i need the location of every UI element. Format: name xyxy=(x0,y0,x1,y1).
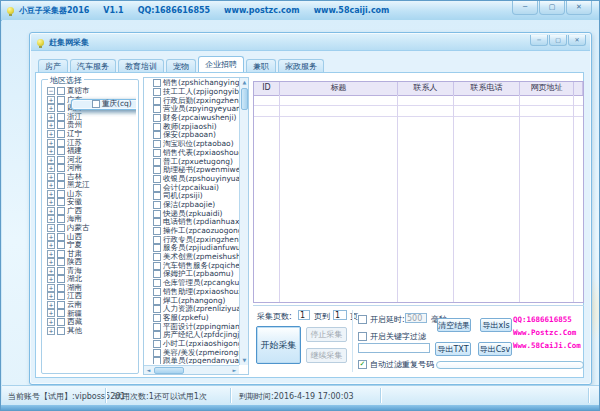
category-checkbox[interactable] xyxy=(153,97,161,105)
expand-icon[interactable]: + xyxy=(47,207,55,215)
tab-宠物[interactable]: 宠物 xyxy=(166,59,196,72)
expand-icon[interactable]: + xyxy=(47,233,55,241)
region-checkbox[interactable] xyxy=(92,100,100,108)
category-checkbox[interactable] xyxy=(153,270,161,278)
category-checkbox[interactable] xyxy=(153,297,161,305)
region-tree-item[interactable]: +辽宁 xyxy=(44,130,136,139)
delay-ms-input[interactable] xyxy=(405,313,427,323)
region-checkbox[interactable] xyxy=(57,258,65,266)
column-header-标题[interactable]: 标题 xyxy=(280,82,398,95)
region-checkbox[interactable] xyxy=(57,267,65,275)
expand-icon[interactable]: + xyxy=(47,250,55,258)
region-checkbox[interactable] xyxy=(57,121,65,129)
delay-checkbox-icon[interactable] xyxy=(358,315,367,324)
tab-家政服务[interactable]: 家政服务 xyxy=(278,59,324,72)
expand-icon[interactable]: + xyxy=(47,173,55,181)
region-checkbox[interactable] xyxy=(57,233,65,241)
column-header-联系人[interactable]: 联系人 xyxy=(398,82,454,95)
region-checkbox[interactable] xyxy=(57,181,65,189)
minimize-button[interactable]: ─ xyxy=(512,1,538,15)
expand-icon[interactable]: + xyxy=(47,241,55,249)
export-txt-button[interactable]: 导出TXT xyxy=(435,342,471,356)
category-checkbox[interactable] xyxy=(153,105,161,113)
category-checkbox[interactable] xyxy=(153,218,161,226)
region-checkbox[interactable] xyxy=(57,284,65,292)
region-tree-item[interactable]: +陕西 xyxy=(44,258,136,267)
page-from-input[interactable] xyxy=(298,310,310,320)
expand-icon[interactable]: + xyxy=(47,275,55,283)
expand-icon[interactable]: + xyxy=(47,121,55,129)
region-checkbox[interactable] xyxy=(57,309,65,317)
column-header-extra[interactable] xyxy=(574,82,583,95)
child-maximize-button[interactable]: ▢ xyxy=(549,35,567,46)
horizontal-scroll-thumb[interactable] xyxy=(154,367,184,374)
region-tree-item[interactable]: 重庆(cq) xyxy=(71,99,136,110)
region-checkbox[interactable] xyxy=(57,190,65,198)
maximize-button[interactable]: ▢ xyxy=(539,1,565,15)
category-item[interactable]: 跟单员(zpgendanyuan) xyxy=(145,357,239,364)
region-checkbox[interactable] xyxy=(57,87,65,95)
dedupe-checkbox-icon[interactable]: ✓ xyxy=(358,360,367,369)
category-checkbox[interactable] xyxy=(153,79,161,87)
region-tree-item[interactable]: +青海 xyxy=(44,266,136,275)
category-checkbox[interactable] xyxy=(153,227,161,235)
region-tree-item[interactable]: +黑龙江 xyxy=(44,181,136,190)
region-tree-item[interactable]: +云南 xyxy=(44,301,136,310)
delay-option[interactable]: 开启延时: xyxy=(358,314,405,325)
expand-icon[interactable]: + xyxy=(47,164,55,172)
category-checkbox[interactable] xyxy=(153,201,161,209)
region-tree-item[interactable]: +海南 xyxy=(44,215,136,224)
region-tree-item[interactable]: +山西 xyxy=(44,232,136,241)
region-checkbox[interactable] xyxy=(57,241,65,249)
category-checkbox[interactable] xyxy=(153,349,161,357)
category-checkbox[interactable] xyxy=(153,305,161,313)
scroll-up-icon[interactable]: ▲ xyxy=(240,78,249,87)
export-xls-button[interactable]: 导出xls xyxy=(480,318,512,332)
category-checkbox[interactable] xyxy=(153,357,161,364)
category-checkbox[interactable] xyxy=(153,123,161,131)
region-checkbox[interactable] xyxy=(57,215,65,223)
tab-汽车服务[interactable]: 汽车服务 xyxy=(70,59,116,72)
expand-icon[interactable]: + xyxy=(47,130,55,138)
clear-results-button[interactable]: 清空结果 xyxy=(437,318,471,332)
expand-icon[interactable]: + xyxy=(47,224,55,232)
region-tree-item[interactable]: +新疆 xyxy=(44,309,136,318)
scroll-right-icon[interactable]: ► xyxy=(230,366,239,375)
expand-icon[interactable]: + xyxy=(47,139,55,147)
category-checkbox[interactable] xyxy=(153,210,161,218)
expand-icon[interactable]: + xyxy=(47,181,55,189)
region-tree-item[interactable]: +山东 xyxy=(44,190,136,199)
category-checkbox[interactable] xyxy=(153,279,161,287)
region-checkbox[interactable] xyxy=(57,292,65,300)
category-checkbox[interactable] xyxy=(153,192,161,200)
expand-icon[interactable]: + xyxy=(47,198,55,206)
region-tree-item[interactable]: +其他 xyxy=(44,326,136,335)
category-checkbox[interactable] xyxy=(153,184,161,192)
region-checkbox[interactable] xyxy=(57,147,65,155)
category-checkbox[interactable] xyxy=(153,236,161,244)
region-tree-item[interactable]: +江苏 xyxy=(44,138,136,147)
region-tree-item[interactable]: +广西 xyxy=(44,207,136,216)
region-checkbox[interactable] xyxy=(57,113,65,121)
region-tree-item[interactable]: −直辖市 xyxy=(44,87,136,96)
expand-icon[interactable]: + xyxy=(47,147,55,155)
scroll-left-icon[interactable]: ◄ xyxy=(144,366,153,375)
region-tree-item[interactable]: +湖南 xyxy=(44,284,136,293)
region-tree-item[interactable]: +安徽 xyxy=(44,198,136,207)
tab-教育培训[interactable]: 教育培训 xyxy=(118,59,164,72)
expand-icon[interactable]: + xyxy=(47,104,55,112)
region-tree-item[interactable]: +宁夏 xyxy=(44,241,136,250)
category-checkbox[interactable] xyxy=(153,340,161,348)
region-checkbox[interactable] xyxy=(57,198,65,206)
expand-icon[interactable]: + xyxy=(47,96,55,104)
region-checkbox[interactable] xyxy=(57,156,65,164)
child-close-button[interactable]: ✕ xyxy=(568,35,586,46)
region-checkbox[interactable] xyxy=(57,250,65,258)
region-checkbox[interactable] xyxy=(57,173,65,181)
column-header-ID[interactable]: ID xyxy=(254,82,280,95)
region-tree-item[interactable]: +河北 xyxy=(44,155,136,164)
region-tree-item[interactable]: +贵州 xyxy=(44,121,136,130)
region-checkbox[interactable] xyxy=(57,301,65,309)
keyword-input[interactable] xyxy=(358,343,430,353)
stop-collect-button[interactable]: 停止采集 xyxy=(306,327,347,342)
